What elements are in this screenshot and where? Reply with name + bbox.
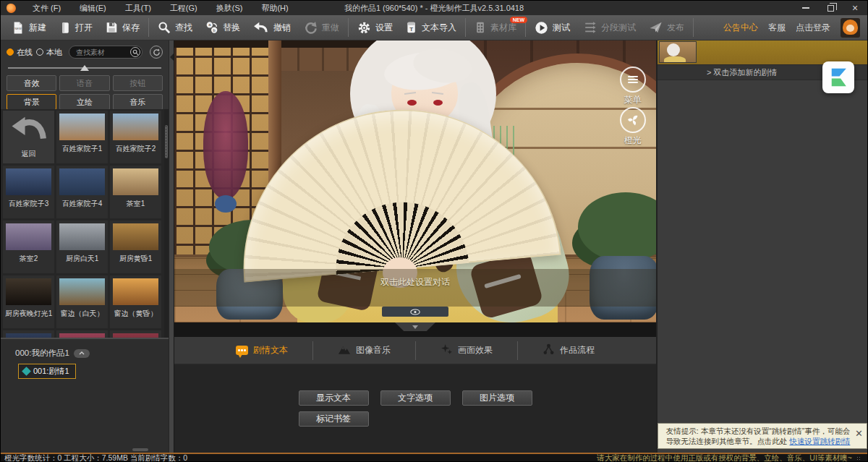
asset-label: 百姓家院子2: [116, 144, 156, 154]
category-sprite-button[interactable]: 立绘: [59, 94, 109, 110]
refresh-button[interactable]: [150, 46, 163, 59]
menu-tools[interactable]: 工具(T): [116, 1, 161, 15]
radio-off-icon: [36, 48, 43, 56]
asset-item[interactable]: 窗边（黄昏）: [110, 275, 161, 328]
game-menu-button[interactable]: 菜单: [620, 67, 646, 106]
collapse-canvas-handle[interactable]: [395, 322, 435, 331]
app-logo-icon: [7, 4, 16, 13]
bookmark-button[interactable]: 标记书签: [299, 411, 369, 427]
collapse-left-icon[interactable]: [170, 54, 174, 61]
menu-file[interactable]: 文件 (F): [23, 1, 70, 15]
dialog-setup-band[interactable]: 双击此处设置对话: [174, 269, 656, 307]
copyright-notice: 请大家在制作的过程中使用正版或有授权的背景、立绘、音乐、UI等素材噢~: [597, 453, 852, 462]
asset-back-button[interactable]: 返回: [3, 111, 54, 163]
asset-thumbnail: [59, 168, 105, 195]
tab-image-music[interactable]: 图像音乐: [313, 337, 415, 364]
asset-item[interactable]: [56, 330, 108, 338]
character-eye: [407, 100, 417, 106]
asset-thumbnail: [6, 223, 51, 250]
replace-button[interactable]: ab 替换: [199, 15, 247, 40]
asset-label: 厨房夜晚灯光1: [5, 309, 53, 319]
source-online-radio[interactable]: 在线: [7, 47, 33, 58]
resize-grip[interactable]: [856, 456, 861, 461]
asset-label: 返回: [22, 149, 36, 159]
panel-splitter[interactable]: [169, 40, 174, 453]
source-local-radio[interactable]: 本地: [36, 47, 62, 58]
collapse-chevron-icon[interactable]: [74, 349, 90, 358]
asset-item[interactable]: 厨房夜晚灯光1: [3, 275, 54, 328]
asset-item[interactable]: 窗边（白天）: [56, 275, 108, 328]
game-preview-canvas[interactable]: 双击此处设置对话 菜单 橙光: [174, 40, 656, 322]
category-sfx-button[interactable]: 音效: [7, 75, 56, 91]
asset-item[interactable]: 厨房黄昏1: [110, 221, 161, 273]
brand-fan-button[interactable]: 橙光: [620, 107, 646, 147]
save-button[interactable]: 保存: [99, 15, 146, 40]
story-flow-panel: > 双击添加新的剧情 友情提示: 本章节末还没有设置“跳转剧情”事件，可能会导致…: [656, 40, 867, 453]
asset-item[interactable]: 百姓家院子3: [3, 166, 54, 218]
asset-item[interactable]: [3, 330, 54, 338]
toggle-dialog-visibility-button[interactable]: [382, 307, 448, 317]
asset-label: 窗边（白天）: [61, 309, 104, 319]
quick-edit-logo[interactable]: [822, 61, 854, 93]
image-options-button[interactable]: 图片选项: [462, 390, 532, 406]
toolbar-separator: [348, 18, 349, 37]
undo-button[interactable]: 撤销: [247, 15, 297, 40]
category-voice-button: 语音: [59, 75, 109, 91]
tab-story-text[interactable]: 剧情文本: [211, 337, 312, 364]
open-file-icon: [59, 21, 71, 35]
asset-thumbnail: [6, 278, 51, 305]
scrollbar-thumb[interactable]: [165, 125, 168, 158]
close-button[interactable]: ×: [843, 1, 867, 15]
announcement-center-link[interactable]: 公告中心: [723, 22, 758, 34]
tree-hscrollbar[interactable]: [1, 448, 169, 452]
find-button[interactable]: 查找: [151, 15, 199, 40]
text-options-button[interactable]: 文字选项: [380, 390, 451, 406]
asset-item[interactable]: [110, 330, 161, 338]
thumbnail-size-slider[interactable]: [8, 64, 161, 72]
sparkles-icon: [441, 343, 453, 358]
hscrollbar-thumb[interactable]: [132, 448, 148, 451]
slider-thumb[interactable]: [80, 65, 89, 71]
asset-item[interactable]: 百姓家院子1: [56, 111, 108, 163]
asset-item[interactable]: 茶室2: [3, 221, 54, 273]
eye-icon: [410, 309, 420, 315]
support-link[interactable]: 客服: [768, 22, 786, 34]
svg-text:b: b: [213, 28, 216, 33]
tab-screen-effects[interactable]: 画面效果: [416, 337, 517, 364]
tab-project-flow[interactable]: 作品流程: [518, 337, 619, 364]
user-avatar[interactable]: [841, 18, 860, 38]
quick-set-jump-link[interactable]: 快速设置跳转剧情: [789, 437, 850, 445]
text-import-button[interactable]: T 文本导入: [399, 15, 463, 40]
warning-close-icon[interactable]: ✕: [855, 429, 863, 438]
category-music-button[interactable]: 音乐: [113, 94, 163, 110]
asset-search-input[interactable]: [76, 48, 130, 56]
asset-label: 百姓家院子4: [62, 199, 103, 209]
scene-tree-item-selected[interactable]: 001:剧情1: [18, 364, 76, 379]
minimize-button[interactable]: [793, 1, 818, 15]
editor-tab-bar: 剧情文本 图像音乐 画面效果 作品流程: [174, 337, 656, 364]
asset-search-box[interactable]: [69, 46, 142, 59]
login-link[interactable]: 点击登录: [796, 22, 830, 34]
test-button[interactable]: 测试: [528, 15, 576, 40]
asset-item[interactable]: 厨房白天1: [56, 221, 108, 273]
settings-button[interactable]: 设置: [351, 15, 399, 40]
menu-edit[interactable]: 编辑(E): [70, 1, 116, 15]
play-test-icon: [535, 21, 548, 35]
asset-item[interactable]: 茶室1: [110, 166, 161, 218]
menu-help[interactable]: 帮助(H): [252, 1, 297, 15]
asset-thumbnail: [113, 223, 158, 250]
mountain-icon: [338, 344, 351, 357]
new-button[interactable]: NEW 新建: [5, 15, 53, 40]
show-text-button[interactable]: 显示文本: [299, 390, 369, 406]
search-lens-icon[interactable]: [130, 47, 140, 57]
menu-project[interactable]: 工程(G): [161, 1, 207, 15]
asset-item[interactable]: 百姓家院子2: [110, 111, 161, 163]
asset-item[interactable]: 百姓家院子4: [56, 166, 108, 218]
menu-skin[interactable]: 换肤(S): [207, 1, 252, 15]
open-button[interactable]: 打开: [53, 15, 99, 40]
project-tree-root[interactable]: 000:我的作品1: [15, 348, 169, 359]
category-background-button[interactable]: 背景: [7, 94, 56, 110]
tab-story-label: 剧情文本: [253, 344, 288, 356]
restore-icon: [827, 5, 834, 12]
restore-button[interactable]: [818, 1, 843, 15]
